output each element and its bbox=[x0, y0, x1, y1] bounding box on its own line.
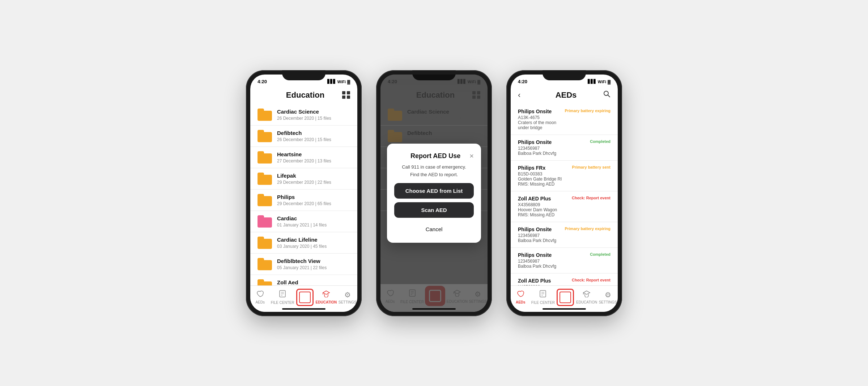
education-list-1: Cardiac Science 26 December 2020 | 15 fi… bbox=[250, 104, 357, 285]
modal-header: Report AED Use × bbox=[394, 152, 474, 160]
aed-item[interactable]: Zoll AED Plus X43568809 Hoover Dam Wagon… bbox=[511, 191, 618, 222]
list-item[interactable]: Philips 29 December 2020 | 65 files bbox=[250, 190, 357, 211]
aed-item[interactable]: Philips Onsite 123456987 Balboa Park Dhc… bbox=[511, 222, 618, 248]
item-meta: 26 December 2020 | 15 files bbox=[277, 116, 350, 121]
signal-icon-1: ▋▋▋ bbox=[327, 79, 336, 84]
item-meta: 05 January 2021 | 22 files bbox=[277, 265, 350, 270]
search-icon-3[interactable] bbox=[603, 90, 610, 99]
aed-location: Balboa Park Dhcvfg bbox=[518, 264, 586, 269]
aed-serial: X43568809 bbox=[518, 202, 568, 207]
item-meta: 29 December 2020 | 65 files bbox=[277, 201, 350, 206]
aed-location: Balboa Park Dhcvfg bbox=[518, 151, 586, 156]
list-item[interactable]: Defiblbtech View 05 January 2021 | 22 fi… bbox=[250, 254, 357, 275]
nav-aeds-1[interactable]: AEDs bbox=[251, 290, 269, 304]
item-info: Lifepak 29 December 2020 | 22 files bbox=[277, 173, 350, 185]
page-title-3: AEDs bbox=[529, 90, 603, 100]
choose-aed-button[interactable]: Choose AED from List bbox=[394, 183, 474, 199]
item-info: Zoll Aed 05 January 2021 | 16 files bbox=[277, 279, 350, 285]
wifi-icon-1: WiFi bbox=[337, 80, 346, 84]
phone-2: 4:20 ▋▋▋ WiFi ▓ Education Cardiac Scienc… bbox=[376, 70, 492, 316]
aed-item[interactable]: Philips FRx B15D-00383 Golden Gate Bridg… bbox=[511, 161, 618, 191]
scan-button-3[interactable] bbox=[557, 289, 574, 306]
nav-label-filecenter-3: FILE CENTER bbox=[531, 301, 555, 305]
list-item[interactable]: Zoll Aed 05 January 2021 | 16 files bbox=[250, 275, 357, 285]
aed-name: Philips Onsite bbox=[518, 109, 561, 114]
nav-label-education-3: EDUCATION bbox=[576, 300, 597, 304]
aed-status: Check: Report event bbox=[572, 196, 610, 200]
nav-education-1[interactable]: EDUCATION bbox=[316, 290, 337, 304]
file-icon-1 bbox=[279, 290, 286, 300]
phone-3: 4:20 ▋▋▋ WiFi ▓ ‹ AEDs Philips Onsite A1… bbox=[506, 70, 622, 316]
nav-scan-3[interactable] bbox=[556, 289, 574, 306]
folder-icon bbox=[258, 279, 272, 285]
aed-list: Philips Onsite A13K-4675 Craters of the … bbox=[511, 104, 618, 285]
folder-icon-pink bbox=[258, 215, 272, 228]
list-item[interactable]: Lifepak 29 December 2020 | 22 files bbox=[250, 168, 357, 190]
item-info: Philips 29 December 2020 | 65 files bbox=[277, 194, 350, 206]
modal-find-text: Find the AED to report. bbox=[394, 172, 474, 177]
nav-settings-3[interactable]: ⚙ SETTINGS bbox=[599, 290, 617, 304]
aed-serial: 123456987 bbox=[518, 259, 586, 264]
aed-name: Philips Onsite bbox=[518, 139, 586, 145]
aed-item[interactable]: Philips Onsite 123456987 Balboa Park Dhc… bbox=[511, 248, 618, 273]
aed-status: Primary battery expiring bbox=[565, 109, 610, 113]
scan-button-1[interactable] bbox=[296, 289, 314, 306]
list-item[interactable]: Cardiac 01 January 2021 | 14 files bbox=[250, 211, 357, 232]
modal-overlay[interactable]: Report AED Use × Call 911 in case of eme… bbox=[380, 75, 488, 312]
svg-line-9 bbox=[608, 95, 610, 97]
aed-status: Completed bbox=[590, 139, 610, 144]
aed-item[interactable]: Philips Onsite 123456987 Balboa Park Dhc… bbox=[511, 135, 618, 161]
aed-name: Zoll AED Plus bbox=[518, 196, 568, 202]
cancel-button[interactable]: Cancel bbox=[394, 221, 474, 237]
nav-label-settings-3: SETTINGS bbox=[599, 300, 617, 304]
nav-label-aeds-3: AEDs bbox=[516, 300, 526, 304]
aed-name: Philips Onsite bbox=[518, 252, 586, 258]
screen-1: 4:20 ▋▋▋ WiFi ▓ Education Cardiac Scienc… bbox=[250, 75, 357, 312]
back-button[interactable]: ‹ bbox=[518, 90, 529, 100]
nav-education-3[interactable]: EDUCATION bbox=[576, 290, 597, 304]
list-item[interactable]: Heartsine 27 December 2020 | 13 files bbox=[250, 147, 357, 168]
aed-serial: B15D-00383 bbox=[518, 171, 569, 177]
list-item[interactable]: Cardiac Science 26 December 2020 | 15 fi… bbox=[250, 104, 357, 126]
list-item[interactable]: Defibtech 26 December 2020 | 15 files bbox=[250, 126, 357, 147]
nav-filecenter-1[interactable]: FILE CENTER bbox=[271, 290, 294, 305]
grid-icon-1[interactable] bbox=[342, 91, 350, 99]
aed-status: Primary battery sent bbox=[572, 165, 610, 169]
education-header-1: Education bbox=[250, 88, 357, 104]
battery-icon-3: ▓ bbox=[608, 80, 610, 84]
nav-scan-1[interactable] bbox=[296, 289, 314, 306]
aed-item[interactable]: Zoll AED Plus X43568809 Hoover Dam Wagon… bbox=[511, 273, 618, 285]
modal-close-button[interactable]: × bbox=[469, 152, 474, 160]
item-name: Cardiac Science bbox=[277, 109, 350, 115]
item-info: Cardiac Lifeline 03 January 2020 | 45 fi… bbox=[277, 237, 350, 249]
report-aed-modal: Report AED Use × Call 911 in case of eme… bbox=[387, 144, 481, 243]
status-icons-1: ▋▋▋ WiFi ▓ bbox=[327, 79, 350, 84]
signal-icon-3: ▋▋▋ bbox=[588, 79, 596, 84]
item-name: Defiblbtech View bbox=[277, 258, 350, 264]
folder-icon bbox=[258, 130, 272, 142]
aed-rms: RMS: Missing AED bbox=[518, 182, 569, 187]
aed-name: Zoll AED Plus bbox=[518, 278, 568, 284]
nav-filecenter-3[interactable]: FILE CENTER bbox=[531, 290, 555, 305]
aed-info: Philips Onsite A13K-4675 Craters of the … bbox=[518, 109, 561, 130]
list-item[interactable]: Cardiac Lifeline 03 January 2020 | 45 fi… bbox=[250, 232, 357, 254]
education-icon-1 bbox=[322, 290, 330, 299]
nav-aeds-3[interactable]: AEDs bbox=[511, 290, 529, 304]
aed-serial: 123456987 bbox=[518, 233, 561, 238]
aed-rms: RMS: Missing AED bbox=[518, 212, 568, 217]
time-3: 4:20 bbox=[518, 79, 527, 84]
aed-status: Primary battery expiring bbox=[565, 226, 610, 231]
modal-emergency-text: Call 911 in case of emergency. bbox=[394, 164, 474, 170]
scan-aed-button[interactable]: Scan AED bbox=[394, 202, 474, 218]
item-meta: 29 December 2020 | 22 files bbox=[277, 180, 350, 185]
svg-point-8 bbox=[604, 91, 608, 96]
item-name: Cardiac bbox=[277, 215, 350, 221]
aed-item[interactable]: Philips Onsite A13K-4675 Craters of the … bbox=[511, 104, 618, 135]
nav-settings-1[interactable]: ⚙ SETTINGS bbox=[339, 290, 357, 304]
item-name: Philips bbox=[277, 194, 350, 200]
page-title-1: Education bbox=[268, 90, 342, 100]
time-1: 4:20 bbox=[258, 79, 267, 84]
aed-location: Craters of the moon under bridge bbox=[518, 120, 561, 130]
aed-serial: A13K-4675 bbox=[518, 115, 561, 120]
screen-2: 4:20 ▋▋▋ WiFi ▓ Education Cardiac Scienc… bbox=[380, 75, 488, 312]
